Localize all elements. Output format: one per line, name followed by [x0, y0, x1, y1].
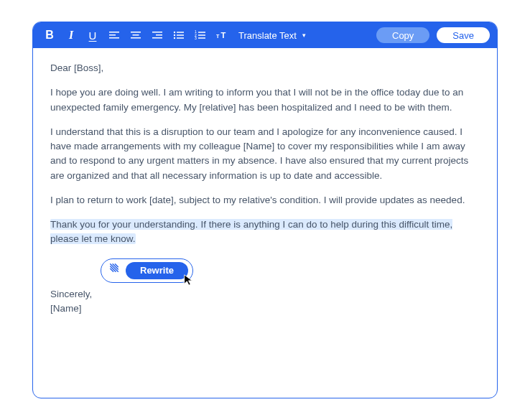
italic-button[interactable]: I — [62, 26, 80, 45]
align-center-icon — [130, 29, 141, 41]
align-right-icon — [152, 29, 163, 41]
chevron-down-icon: ▾ — [302, 32, 306, 39]
email-signoff: Sincerely, — [50, 289, 92, 299]
underline-icon: U — [89, 29, 97, 42]
editor-window: B I U 123 TT Translate Text ▾ — [32, 22, 498, 398]
editor-content[interactable]: Dear [Boss], I hope you are doing well. … — [33, 48, 497, 398]
svg-point-1 — [174, 34, 175, 36]
bold-button[interactable]: B — [40, 26, 59, 45]
numbered-list-button[interactable]: 123 — [191, 26, 210, 45]
rewrite-popover: Rewrite — [101, 258, 193, 283]
copy-label: Copy — [392, 30, 414, 41]
numbered-list-icon: 123 — [195, 29, 206, 41]
align-center-button[interactable] — [126, 26, 145, 45]
svg-text:3: 3 — [195, 36, 197, 40]
toolbar: B I U 123 TT Translate Text ▾ — [33, 22, 497, 48]
email-paragraph-highlighted: Thank you for your understanding. If the… — [50, 218, 480, 247]
bold-icon: B — [45, 29, 54, 42]
align-left-button[interactable] — [105, 26, 124, 45]
save-button[interactable]: Save — [437, 27, 490, 43]
bullet-list-button[interactable] — [169, 26, 188, 45]
align-left-icon — [108, 29, 120, 41]
translate-label: Translate Text — [238, 30, 297, 41]
svg-text:T: T — [220, 31, 226, 39]
rewrite-button[interactable]: Rewrite — [126, 262, 188, 279]
svg-text:T: T — [216, 33, 220, 39]
email-body: Dear [Boss], I hope you are doing well. … — [50, 61, 480, 316]
copy-button[interactable]: Copy — [376, 27, 429, 43]
email-paragraph: I plan to return to work [date], subject… — [50, 193, 480, 207]
svg-point-0 — [174, 32, 175, 33]
align-right-button[interactable] — [148, 26, 167, 45]
email-signature: Sincerely, [Name] — [50, 287, 480, 317]
svg-point-2 — [174, 37, 175, 39]
text-size-button[interactable]: TT — [213, 26, 231, 45]
ai-logo-icon — [108, 262, 120, 278]
bullet-list-icon — [173, 29, 185, 41]
email-signature-name: [Name] — [50, 303, 82, 314]
selected-text[interactable]: Thank you for your understanding. If the… — [50, 219, 452, 244]
text-size-icon: TT — [216, 29, 228, 41]
translate-dropdown[interactable]: Translate Text ▾ — [238, 30, 306, 41]
underline-button[interactable]: U — [83, 26, 102, 45]
email-paragraph: I hope you are doing well. I am writing … — [50, 85, 480, 115]
italic-icon: I — [69, 29, 73, 42]
cursor-icon — [182, 274, 195, 286]
email-greeting: Dear [Boss], — [50, 61, 480, 75]
email-paragraph: I understand that this is a disruption t… — [50, 125, 480, 183]
rewrite-label: Rewrite — [140, 263, 174, 278]
save-label: Save — [452, 30, 474, 41]
